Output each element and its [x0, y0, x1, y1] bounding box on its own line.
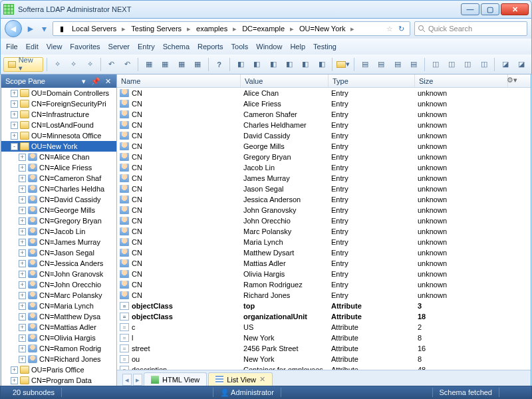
column-name[interactable]: Name — [117, 74, 241, 87]
tool-t2[interactable]: ◧ — [250, 57, 264, 72]
tree-node[interactable]: +CN=Marc Polansky — [1, 290, 116, 301]
tab-list-view[interactable]: List View ✕ — [208, 372, 273, 386]
redo-button[interactable]: ↶ — [120, 57, 134, 72]
expand-icon[interactable]: + — [19, 164, 26, 172]
tree[interactable]: +OU=Domain Controllers+CN=ForeignSecurit… — [1, 88, 116, 386]
tool-t1[interactable]: ◧ — [233, 57, 247, 72]
search-input[interactable]: Quick Search — [414, 21, 527, 36]
help-pointer-button[interactable]: ? — [212, 57, 226, 72]
expand-icon[interactable]: + — [19, 239, 26, 246]
report-r3[interactable]: ▤ — [390, 57, 404, 72]
tree-node[interactable]: +CN=LostAndFound — [1, 120, 116, 130]
tree-node[interactable]: +OU=Minnesota Office — [1, 130, 116, 141]
schema-s2[interactable]: ◫ — [444, 57, 458, 72]
rename-button[interactable]: ✧ — [66, 57, 80, 72]
expand-icon[interactable]: + — [11, 132, 18, 140]
tree-node[interactable]: +CN=David Cassidy — [1, 194, 116, 205]
expand-icon[interactable]: + — [19, 217, 26, 225]
scope-close-icon[interactable]: ✕ — [103, 77, 112, 86]
expand-icon[interactable]: + — [19, 334, 26, 342]
list-row[interactable]: CNJohn OrecchioEntryunknown — [117, 215, 531, 226]
tree-node[interactable]: +CN=Program Data — [1, 375, 116, 386]
schema-s1[interactable]: ◫ — [428, 57, 442, 72]
favorite-icon[interactable]: ☆ — [384, 25, 396, 33]
list-row[interactable]: CNMarc PolanskyEntryunknown — [117, 226, 531, 237]
tab-close-icon[interactable]: ✕ — [259, 375, 265, 384]
breadcrumb-seg[interactable]: examples — [192, 22, 231, 35]
menu-testing[interactable]: Testing — [313, 43, 336, 51]
menu-tools[interactable]: Tools — [231, 43, 249, 51]
tree-node[interactable]: -OU=New York — [1, 141, 116, 152]
list-row[interactable]: CNJessica AndersonEntryunknown — [117, 194, 531, 205]
expand-icon[interactable]: + — [11, 100, 18, 108]
expand-icon[interactable]: + — [11, 377, 18, 384]
list-row[interactable]: =ouNew YorkAttribute8 — [117, 354, 531, 364]
tree-node[interactable]: +CN=Alice Friess — [1, 162, 116, 173]
menu-window[interactable]: Window — [256, 43, 282, 51]
undo-button[interactable]: ↶ — [104, 57, 118, 72]
tree-node[interactable]: +CN=Ramon Rodrig — [1, 343, 116, 354]
report-r4[interactable]: ▤ — [407, 57, 421, 72]
expand-icon[interactable]: + — [19, 313, 26, 321]
tree-node[interactable]: +CN=Gregory Bryan — [1, 215, 116, 226]
list-row[interactable]: =cUSAttribute2 — [117, 322, 531, 332]
expand-icon[interactable]: + — [19, 303, 26, 310]
breadcrumb-seg[interactable]: Local Servers — [68, 22, 120, 35]
menu-entry[interactable]: Entry — [138, 43, 155, 51]
list-row[interactable]: CNDavid CassidyEntryunknown — [117, 130, 531, 141]
expand-icon[interactable]: + — [11, 122, 18, 129]
back-button[interactable]: ◄ — [5, 20, 22, 37]
tree-node[interactable]: +CN=Jacob Lin — [1, 226, 116, 237]
collapse-icon[interactable]: - — [11, 143, 18, 150]
column-size[interactable]: Size — [415, 74, 508, 87]
list-row[interactable]: CNCameron ShaferEntryunknown — [117, 109, 531, 120]
tree-node[interactable]: +CN=Jason Segal — [1, 247, 116, 258]
list-row[interactable]: CNMatthew DysartEntryunknown — [117, 247, 531, 258]
delete-button[interactable]: ✧ — [82, 57, 96, 72]
column-value[interactable]: Value — [241, 74, 329, 87]
list-row[interactable]: CNOlivia HargisEntryunknown — [117, 269, 531, 279]
tree-node[interactable]: +CN=Mattias Adler — [1, 322, 116, 332]
tree-node[interactable]: +CN=Charles Heldha — [1, 184, 116, 194]
list-row[interactable]: CNAlice FriessEntryunknown — [117, 98, 531, 109]
list-row[interactable]: CNCharles HeldhamerEntryunknown — [117, 120, 531, 130]
menu-file[interactable]: File — [6, 43, 18, 51]
tool-t6[interactable]: ◧ — [315, 57, 329, 72]
expand-icon[interactable]: + — [19, 271, 26, 278]
expand-icon[interactable]: + — [19, 345, 26, 352]
list-row[interactable]: CNJohn GranovskyEntryunknown — [117, 205, 531, 215]
minimize-button[interactable]: ― — [461, 3, 479, 15]
list-row[interactable]: CNAlice ChanEntryunknown — [117, 88, 531, 98]
menu-reports[interactable]: Reports — [198, 43, 223, 51]
schema-s3[interactable]: ◫ — [461, 57, 475, 72]
menu-help[interactable]: Help — [290, 43, 305, 51]
breadcrumb[interactable]: ▮ Local Servers▸Testing Servers▸examples… — [53, 21, 410, 36]
menu-favorites[interactable]: Favorites — [70, 43, 100, 51]
tree-node[interactable]: +OU=Domain Controllers — [1, 88, 116, 98]
paste-button[interactable]: ▦ — [174, 57, 188, 72]
list-row[interactable]: CNJames MurrayEntryunknown — [117, 173, 531, 184]
expand-icon[interactable]: + — [19, 154, 26, 161]
tab-html-view[interactable]: HTML View — [144, 372, 207, 386]
menu-server[interactable]: Server — [108, 43, 130, 51]
win-w1[interactable]: ◪ — [498, 57, 512, 72]
list-body[interactable]: CNAlice ChanEntryunknownCNAlice FriessEn… — [117, 88, 531, 370]
close-button[interactable]: ✕ — [501, 3, 529, 15]
tree-node[interactable]: +OU=Paris Office — [1, 364, 116, 375]
expand-icon[interactable]: + — [11, 111, 18, 118]
breadcrumb-seg[interactable]: Testing Servers — [127, 22, 186, 35]
expand-icon[interactable]: + — [19, 228, 26, 235]
tree-node[interactable]: +CN=Infrastructure — [1, 109, 116, 120]
report-r1[interactable]: ▤ — [358, 57, 372, 72]
expand-icon[interactable]: + — [19, 249, 26, 257]
list-row[interactable]: =street2456 Park StreetAttribute16 — [117, 343, 531, 354]
history-dropdown-icon[interactable]: ▾ — [39, 24, 49, 33]
expand-icon[interactable]: + — [19, 207, 26, 214]
tab-scroll-right[interactable]: ▸ — [133, 374, 142, 386]
tree-node[interactable]: +CN=John Orecchio — [1, 279, 116, 290]
expand-icon[interactable]: + — [11, 90, 18, 97]
tree-node[interactable]: +CN=Olivia Hargis — [1, 332, 116, 343]
tool-t5[interactable]: ◧ — [299, 57, 313, 72]
list-row[interactable]: CNRamon RodriguezEntryunknown — [117, 279, 531, 290]
chevron-right-icon[interactable]: ▸ — [186, 25, 192, 33]
